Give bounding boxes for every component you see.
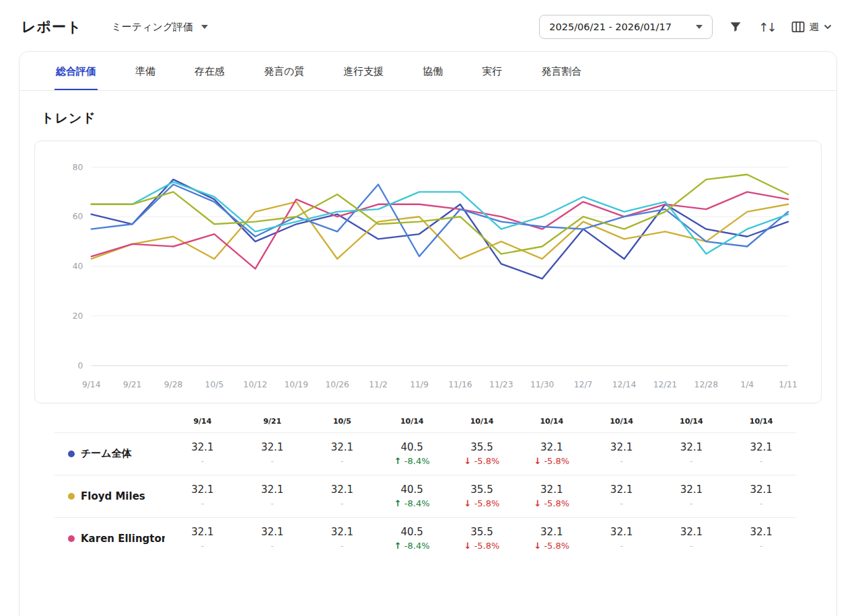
report-card: 総合評価準備存在感発言の質進行支援協働実行発言割合 トレンド 020406080… [19,51,837,616]
x-axis-tick: 10/12 [244,380,267,389]
change-none: - [760,456,763,466]
x-axis-tick: 9/28 [164,380,183,389]
arrow-down-icon: ↓ [464,456,472,466]
sort-icon: ↑↓ [758,20,775,34]
table-column-header: 10/14 [587,417,657,426]
table-cell: 32.1- [308,433,378,475]
tab-準備[interactable]: 準備 [134,52,157,90]
change-none: - [341,541,344,551]
granularity-select[interactable]: 週 [791,21,832,34]
table-column-header: 10/14 [447,417,517,426]
change-none: - [271,456,274,466]
change-none: - [690,498,693,508]
x-axis-tick: 11/9 [410,380,429,389]
cell-value: 32.1 [656,441,726,453]
filter-icon [729,20,742,34]
trend-table: 9/149/2110/510/1410/1410/1410/1410/1410/… [55,406,796,560]
cell-value: 35.5 [447,526,517,538]
x-axis-tick: 12/7 [574,380,593,389]
change-none: - [690,541,693,551]
change-up: ↑ -8.4% [394,456,430,466]
x-axis-tick: 9/14 [82,380,101,389]
tab-発言割合[interactable]: 発言割合 [540,52,583,90]
cell-value: 32.1 [726,526,796,538]
filter-button[interactable] [729,20,742,34]
page-title: レポート [22,17,81,36]
x-axis-tick: 12/14 [612,380,637,389]
change-none: - [620,498,623,508]
table-cell: 32.1- [656,518,726,560]
cell-value: 40.5 [377,526,447,538]
row-name: チーム全体 [55,447,168,460]
cell-value: 32.1 [308,484,378,496]
table-cell: 32.1- [656,433,726,475]
date-range-value: 2025/06/21 - 2026/01/17 [549,22,672,32]
x-axis-tick: 1/11 [779,380,797,389]
columns-icon [791,21,805,33]
table-row[interactable]: Floyd Miles32.1-32.1-32.1-40.5↑ -8.4%35.… [55,475,796,517]
table-cell: 40.5↑ -8.4% [377,518,447,560]
table-cell: 32.1↓ -5.8% [517,433,587,475]
cell-value: 40.5 [377,484,447,496]
table-column-header: 10/14 [656,417,726,426]
change-up: ↑ -8.4% [394,541,430,551]
table-cell: 32.1↓ -5.8% [517,518,587,560]
y-axis-tick: 40 [73,262,83,271]
change-down: ↓ -5.8% [464,541,500,551]
tab-進行支援[interactable]: 進行支援 [342,52,385,90]
table-cell: 32.1- [238,518,308,560]
y-axis-tick: 20 [73,311,83,321]
date-range-picker[interactable]: 2025/06/21 - 2026/01/17 [539,15,713,39]
table-cell: 32.1- [168,433,238,475]
x-axis-tick: 9/21 [123,380,142,389]
series-line-series-4 [92,184,788,256]
table-cell: 35.5↓ -5.8% [447,475,517,517]
change-up: ↑ -8.4% [394,498,430,508]
report-type-label: ミーティング評価 [111,21,193,34]
change-none: - [201,541,205,551]
cell-value: 32.1 [726,484,796,496]
series-line-series-6 [92,174,788,254]
x-axis-tick: 10/26 [325,380,349,389]
chevron-down-icon [824,24,832,30]
x-axis-tick: 10/5 [205,380,224,389]
table-cell: 32.1- [587,433,657,475]
change-none: - [620,541,623,551]
cell-value: 32.1 [168,526,238,538]
sort-button[interactable]: ↑↓ [758,20,775,34]
table-row[interactable]: Karen Ellington32.1-32.1-32.1-40.5↑ -8.4… [55,517,796,560]
trend-chart-container: 0204060809/149/219/2810/510/1210/1910/26… [34,141,822,403]
table-cell: 32.1- [308,518,378,560]
arrow-up-icon: ↑ [394,541,402,551]
tab-存在感[interactable]: 存在感 [193,52,226,90]
cell-value: 32.1 [587,441,657,453]
x-axis-tick: 11/23 [489,380,513,389]
tab-bar: 総合評価準備存在感発言の質進行支援協働実行発言割合 [20,52,836,91]
table-cell: 32.1↓ -5.8% [517,475,587,517]
tab-実行[interactable]: 実行 [480,52,503,90]
series-color-dot [68,535,75,542]
table-cell: 32.1- [308,475,378,517]
report-type-select[interactable]: ミーティング評価 [111,21,208,34]
arrow-down-icon: ↓ [464,498,472,508]
cell-value: 35.5 [447,441,517,453]
table-column-header: 9/21 [238,417,308,426]
table-column-header: 10/14 [726,417,796,426]
series-line-series-5 [92,182,788,254]
granularity-label: 週 [810,21,820,34]
table-row[interactable]: チーム全体32.1-32.1-32.1-40.5↑ -8.4%35.5↓ -5.… [55,432,796,475]
table-cell: 32.1- [238,433,308,475]
table-cell: 32.1- [587,518,657,560]
change-down: ↓ -5.8% [534,541,569,551]
tab-発言の質[interactable]: 発言の質 [262,52,306,90]
tab-総合評価[interactable]: 総合評価 [55,52,98,90]
series-color-dot [68,451,75,457]
arrow-up-icon: ↑ [394,498,402,508]
change-none: - [760,541,763,551]
table-header-row: 9/149/2110/510/1410/1410/1410/1410/1410/… [55,406,796,432]
cell-value: 32.1 [308,441,378,453]
cell-value: 32.1 [587,526,657,538]
tab-協働[interactable]: 協働 [421,52,444,90]
change-none: - [620,456,623,466]
table-column-header: 10/14 [377,417,447,426]
